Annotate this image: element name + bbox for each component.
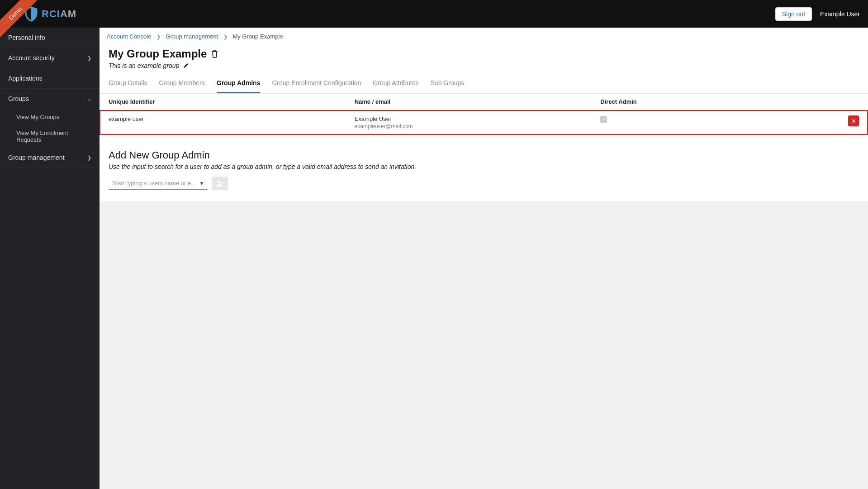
sidebar-item-groups[interactable]: Groups ⌄ — [0, 89, 100, 109]
trash-icon[interactable] — [211, 50, 218, 58]
sidebar-item-account-security[interactable]: Account security ❯ — [0, 48, 100, 68]
check-icon: ✓ — [600, 116, 607, 123]
chevron-down-icon: ⌄ — [87, 96, 91, 102]
col-header-uid: Unique Identifier — [100, 94, 346, 110]
sign-out-button[interactable]: Sign out — [775, 7, 812, 21]
breadcrumb: Account Console ❯ Group management ❯ My … — [100, 28, 868, 46]
tab-group-enrollment[interactable]: Group Enrollment Configuration — [272, 74, 361, 93]
breadcrumb-account-console[interactable]: Account Console — [107, 33, 151, 40]
col-header-name: Name / email — [346, 94, 592, 110]
remove-admin-button[interactable]: ✕ — [848, 115, 859, 126]
tab-group-admins[interactable]: Group Admins — [217, 74, 261, 93]
main-content: Account Console ❯ Group management ❯ My … — [100, 28, 868, 489]
table-row: example user Example User exampleuser@ma… — [100, 110, 868, 135]
col-header-direct: Direct Admin — [591, 94, 791, 110]
shield-icon — [24, 6, 38, 22]
current-user-label[interactable]: Example User — [820, 10, 860, 18]
add-admin-description: Use the input to search for a user to ad… — [109, 163, 859, 170]
chevron-right-icon: ❯ — [87, 55, 91, 61]
add-admin-title: Add New Group Admin — [109, 149, 859, 161]
chevron-right-icon: ❯ — [87, 155, 91, 161]
app-header: RCIAM Sign out Example User — [0, 0, 868, 28]
tab-group-members[interactable]: Group Members — [159, 74, 205, 93]
app-logo: RCIAM — [24, 6, 76, 22]
chevron-right-icon: ❯ — [223, 34, 228, 39]
sidebar: Personal info Account security ❯ Applica… — [0, 28, 100, 489]
admins-table: Unique Identifier Name / email Direct Ad… — [100, 94, 868, 135]
page-subtitle: This is an example group — [109, 62, 179, 69]
sidebar-subitem-view-enrollment[interactable]: View My Enrollment Requests — [0, 125, 100, 148]
person-add-icon — [216, 180, 224, 187]
tab-sub-groups[interactable]: Sub Groups — [431, 74, 465, 93]
tab-group-details[interactable]: Group Details — [109, 74, 147, 93]
caret-down-icon[interactable]: ▼ — [199, 180, 204, 187]
chevron-right-icon: ❯ — [157, 34, 161, 39]
sidebar-subitem-view-my-groups[interactable]: View My Groups — [0, 109, 100, 125]
page-title: My Group Example — [109, 48, 859, 60]
user-search-combobox[interactable]: ▼ — [109, 177, 207, 190]
svg-point-0 — [218, 181, 220, 183]
sidebar-item-personal-info[interactable]: Personal info — [0, 28, 100, 48]
sidebar-item-group-management[interactable]: Group management ❯ — [0, 148, 100, 168]
pencil-icon[interactable] — [183, 62, 189, 69]
cell-direct-admin: ✓ — [591, 110, 791, 135]
sidebar-item-applications[interactable]: Applications — [0, 68, 100, 89]
breadcrumb-current: My Group Example — [232, 33, 283, 40]
user-search-input[interactable] — [112, 180, 196, 187]
add-admin-button[interactable] — [212, 177, 228, 190]
menu-icon[interactable] — [10, 10, 19, 18]
breadcrumb-group-management[interactable]: Group management — [166, 33, 218, 40]
tabs: Group Details Group Members Group Admins… — [100, 74, 868, 94]
cell-uid: example user — [100, 110, 346, 135]
close-icon: ✕ — [851, 118, 856, 125]
tab-group-attributes[interactable]: Group Attributes — [373, 74, 418, 93]
cell-name-email: Example User exampleuser@mail.com — [346, 110, 592, 135]
